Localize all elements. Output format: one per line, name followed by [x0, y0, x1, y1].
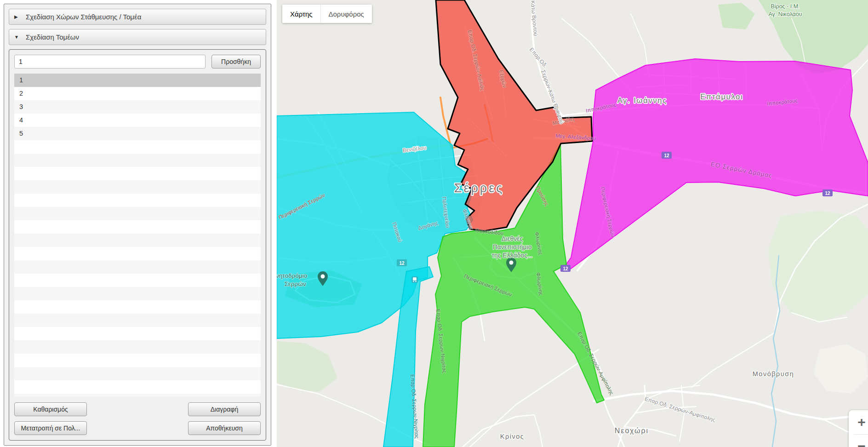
map-label: Σερρών	[284, 281, 306, 287]
chevron-right-icon: ▶	[14, 14, 20, 19]
sectors-panel: Προσθήκη 12345 Καθαρισμός Διαγραφή Μετατ…	[9, 49, 266, 441]
map-svg: 12121212ΣέρρεςΑγ. ΙωάννηςΕπτάμυλοιΒίρος …	[277, 0, 868, 447]
park-area	[718, 3, 755, 29]
map-label: Επαρ.Οδ. Σερρών-Αμφίπολης	[644, 395, 716, 423]
map-label: Νεοχώρι	[615, 427, 649, 435]
map-label: Αγ. Ιωάννης	[617, 97, 667, 104]
map-label: Επτάμυλοι	[700, 93, 743, 101]
svg-text:12: 12	[664, 153, 669, 158]
accordion-header-sectors[interactable]: ▼ Σχεδίαση Τομέων	[9, 29, 266, 45]
delete-button[interactable]: Διαγραφή	[188, 402, 261, 416]
route-badge: 12	[662, 152, 672, 159]
accordion-header-parking[interactable]: ▶ Σχεδίαση Χώρων Στάθμευσης / Τομέα	[9, 9, 266, 25]
park-area	[277, 341, 337, 392]
zoom-control: + −	[849, 410, 868, 447]
map-road	[601, 395, 624, 447]
map-type-control: Χάρτης Δορυφόρος	[282, 5, 372, 23]
zoom-in-button[interactable]: +	[849, 410, 868, 434]
list-item[interactable]: 3	[14, 100, 261, 114]
svg-text:12: 12	[563, 266, 568, 271]
chevron-down-icon: ▼	[14, 34, 20, 40]
route-badge: 12	[560, 265, 571, 272]
list-item[interactable]: 4	[14, 114, 261, 127]
add-button[interactable]: Προσθήκη	[211, 55, 261, 69]
svg-text:12: 12	[825, 191, 830, 196]
sidebar-actions: Καθαρισμός Διαγραφή Μετατροπή σε Πολ... …	[14, 402, 261, 435]
sector-input-row: Προσθήκη	[14, 55, 261, 69]
sidebar: ▶ Σχεδίαση Χώρων Στάθμευσης / Τομέα ▼ Σχ…	[0, 0, 277, 447]
accordion-sectors-label: Σχεδίαση Τομέων	[26, 33, 79, 41]
map-label: Πανεπιστήμιο	[492, 243, 531, 251]
map-label: Αγ. Νικολάου	[769, 11, 802, 17]
zoom-out-button[interactable]: −	[849, 435, 868, 447]
list-item[interactable]: 1	[14, 74, 261, 87]
satellite-button[interactable]: Δορυφόρος	[320, 5, 372, 23]
sector-input[interactable]	[14, 55, 206, 69]
sector-list: 12345	[14, 74, 261, 397]
svg-text:12: 12	[399, 261, 405, 266]
sidebar-box: ▶ Σχεδίαση Χώρων Στάθμευσης / Τομέα ▼ Σχ…	[4, 4, 271, 446]
map-label: της Ελλάδος...	[491, 252, 532, 259]
map-label: Διεθνές	[502, 235, 523, 242]
map-button[interactable]: Χάρτης	[282, 5, 320, 23]
map-canvas[interactable]: 12121212ΣέρρεςΑγ. ΙωάννηςΕπτάμυλοιΒίρος …	[277, 0, 868, 447]
map-road	[691, 333, 774, 387]
park-area	[814, 344, 868, 394]
transit-station-icon[interactable]	[411, 276, 418, 283]
map-label: Κρίνος	[500, 433, 524, 440]
map-label: Βίρος - Ι.Μ.	[771, 3, 799, 10]
map-label: Κάτω Βροντού	[530, 0, 539, 36]
list-item[interactable]: 5	[14, 127, 261, 140]
route-badge: 12	[397, 259, 407, 266]
list-item[interactable]: 2	[14, 87, 261, 100]
accordion-parking-label: Σχεδίαση Χώρων Στάθμευσης / Τομέα	[26, 13, 141, 21]
park-area	[768, 211, 868, 323]
map-road	[463, 415, 534, 447]
convert-button[interactable]: Μετατροπή σε Πολ...	[14, 421, 87, 435]
map-label: νητοδρόμιο	[277, 272, 307, 279]
map-label: Μονόβρυση	[753, 370, 794, 378]
route-badge: 12	[822, 189, 833, 196]
save-button[interactable]: Αποθήκευση	[188, 421, 261, 435]
app-root: ▶ Σχεδίαση Χώρων Στάθμευσης / Τομέα ▼ Σχ…	[0, 0, 868, 447]
map-road	[534, 415, 542, 447]
clear-button[interactable]: Καθαρισμός	[14, 402, 87, 416]
map-label: Σέρρες	[454, 181, 504, 195]
map-road	[594, 391, 868, 419]
list-filler	[14, 140, 261, 397]
